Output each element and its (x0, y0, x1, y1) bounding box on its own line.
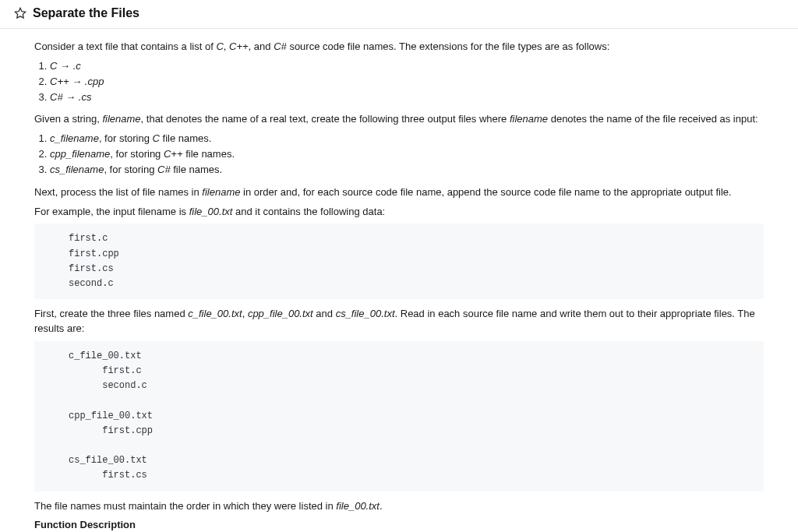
list-item: c_filename, for storing C file names. (50, 132, 764, 146)
ext: .cpp (85, 76, 104, 87)
out-file: c_filename (50, 132, 99, 144)
text: First, create the three files named (34, 308, 188, 319)
text: Consider a text file that contains a lis… (34, 41, 216, 52)
text: , (224, 41, 229, 52)
lang: C (50, 60, 57, 72)
function-description-heading: Function Description (34, 518, 764, 532)
lang: C# (50, 91, 63, 103)
list-item: C# → .cs (50, 90, 764, 105)
ext: .cs (79, 91, 92, 103)
filename-var: filename (202, 186, 240, 198)
text: The file names must maintain the order i… (34, 500, 336, 512)
list-item: cs_filename, for storing C# file names. (50, 163, 764, 178)
file-name: file_00.txt (189, 206, 233, 217)
output-files-list: c_filename, for storing C file names. cp… (34, 132, 764, 178)
maintain-order-paragraph: The file names must maintain the order i… (34, 499, 764, 514)
file-name: cpp_file_00.txt (248, 308, 313, 319)
text: in order and, for each source code file … (240, 186, 731, 198)
arrow: → (63, 91, 79, 103)
star-icon[interactable] (14, 7, 26, 19)
out-file: cpp_filename (50, 148, 110, 160)
text: , that denotes the name of a real text, … (141, 113, 510, 125)
text: Next, process the list of file names in (34, 186, 202, 198)
page-title: Separate the Files (33, 6, 139, 20)
file-name: file_00.txt (336, 500, 380, 512)
given-paragraph: Given a string, filename, that denotes t… (34, 112, 764, 127)
list-item: C → .c (50, 59, 764, 74)
page-header: Separate the Files (0, 0, 798, 29)
file-name: cs_file_00.txt (336, 308, 395, 319)
text: denotes the name of the file received as… (548, 113, 758, 125)
text: , and (249, 41, 274, 52)
file-name: c_file_00.txt (188, 308, 242, 319)
text: and it contains the following data: (232, 206, 385, 217)
lang-cs: C# (274, 41, 287, 52)
filename-var: filename (102, 113, 140, 125)
example-intro: For example, the input filename is file_… (34, 205, 764, 220)
lang-c: C (216, 41, 223, 52)
filename-var: filename (510, 113, 548, 125)
text: . (380, 500, 383, 512)
text: , (242, 308, 248, 319)
arrow: → (57, 60, 72, 72)
text: , for storing (104, 164, 157, 175)
problem-content: Consider a text file that contains a lis… (0, 29, 798, 532)
lang: C# (157, 164, 171, 175)
svg-marker-0 (15, 8, 25, 18)
text: and (313, 308, 336, 319)
text: source code file names. The extensions f… (287, 41, 610, 52)
out-file: cs_filename (50, 164, 104, 175)
first-create-paragraph: First, create the three files named c_fi… (34, 307, 764, 336)
list-item: cpp_filename, for storing C++ file names… (50, 147, 764, 162)
next-paragraph: Next, process the list of file names in … (34, 185, 764, 200)
text: , for storing (99, 132, 153, 144)
text: file names. (171, 164, 222, 175)
code-block-input: first.c first.cpp first.cs second.c (34, 224, 764, 299)
lang: C++ (164, 148, 183, 160)
extension-list: C → .c C++ → .cpp C# → .cs (34, 59, 764, 105)
lang: C (153, 132, 160, 144)
code-block-output: c_file_00.txt first.c second.c cpp_file_… (34, 341, 764, 491)
text: , for storing (110, 148, 164, 160)
text: file names. (160, 132, 211, 144)
ext: .c (73, 60, 81, 72)
text: Given a string, (34, 113, 102, 125)
arrow: → (69, 76, 85, 87)
text: file names. (183, 148, 235, 160)
lang-cpp: C++ (229, 41, 249, 52)
text: For example, the input filename is (34, 206, 189, 217)
list-item: C++ → .cpp (50, 75, 764, 90)
intro-paragraph: Consider a text file that contains a lis… (34, 40, 764, 55)
lang: C++ (50, 76, 69, 87)
